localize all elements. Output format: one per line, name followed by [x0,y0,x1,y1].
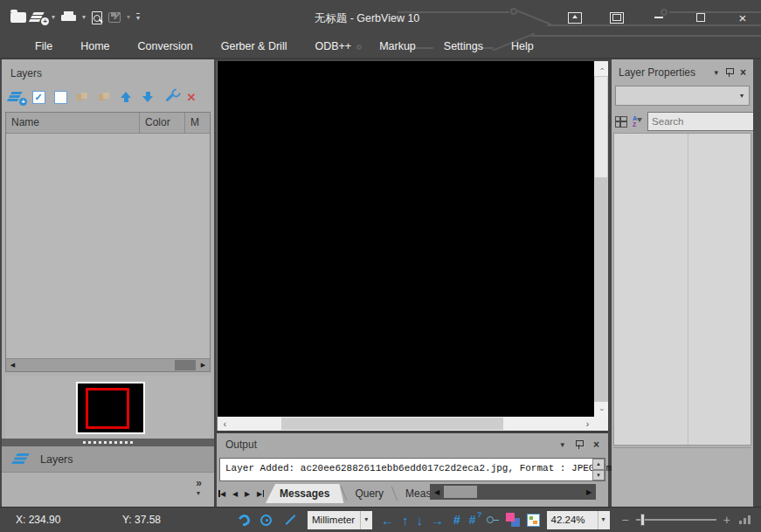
column-m[interactable]: M [185,113,210,133]
overflow-dropdown-icon[interactable]: ▾ [197,489,200,497]
titlebar[interactable]: + ▾ ▾ ▾ ▾ 无标题 - GerbView 10 × [0,0,761,35]
image-export-icon[interactable] [527,514,540,527]
move-layer-down-button[interactable] [138,87,157,107]
snap-center-icon[interactable] [260,515,272,526]
measure-line-icon[interactable] [285,515,295,525]
grid-settings-icon[interactable]: #? [469,514,476,526]
layer-thumbnail[interactable] [76,382,145,434]
close-icon: × [739,11,747,24]
layer-selector-combobox[interactable]: ▾ [615,86,750,106]
color-all-icon [99,93,110,102]
window-position-dropdown[interactable]: ▾ [560,441,564,449]
last-tab-button[interactable]: ▶ [253,486,266,501]
panel-splitter[interactable] [2,439,214,446]
close-icon[interactable]: × [740,67,746,78]
print-dropdown[interactable]: ▾ [82,14,86,21]
output-tabs-hscrollbar[interactable]: ◀ ▶ [430,484,596,500]
first-tab-button[interactable]: ◀ [217,486,229,501]
zoom-slider: − + [622,513,730,527]
minimize-button[interactable] [647,9,670,26]
tab-odbpp[interactable]: ODB++ [301,36,365,57]
window-position-dropdown[interactable]: ▾ [714,69,718,77]
ui-style-button[interactable] [605,9,628,26]
maximize-button[interactable] [689,9,712,26]
search-input[interactable] [652,116,761,127]
scrollbar-track[interactable] [19,359,197,371]
zoom-combobox[interactable]: 42.24% ▾ [547,511,610,529]
snap-magnet-icon[interactable] [237,512,253,528]
categorized-view-button[interactable] [615,112,627,131]
scroll-left-icon[interactable]: ◀ [430,484,444,500]
pan-right-icon[interactable]: → [431,514,444,527]
scroll-left-icon[interactable]: ◀ [6,359,19,372]
column-name[interactable]: Name [6,113,140,133]
scroll-right-icon[interactable]: ▶ [197,359,210,372]
tab-file[interactable]: File [21,36,66,57]
tab-settings[interactable]: Settings [430,36,497,57]
open-folder-icon [10,12,26,23]
scroll-left-button[interactable]: ‹ [218,417,232,431]
alphabetical-sort-button[interactable]: AZ [633,112,642,131]
scrollbar-thumb[interactable] [281,418,503,430]
add-layers-button[interactable]: + [7,87,26,107]
hide-all-layers-checkbox[interactable] [51,87,70,107]
color-scheme-icon[interactable] [506,513,520,527]
layers-dock-tab[interactable]: Layers [2,446,214,473]
canvas-vscrollbar[interactable]: › › [594,61,608,417]
delete-layer-button[interactable]: ✕ [182,87,201,107]
canvas-hscrollbar[interactable]: ‹ › [218,417,595,431]
property-grid[interactable] [613,133,751,446]
scroll-up-icon[interactable]: ▲ [592,459,605,470]
layer-list-hscrollbar[interactable]: ◀ ▶ [6,358,210,371]
scroll-down-icon[interactable]: ▼ [592,470,605,481]
pin-icon[interactable] [726,68,732,78]
scrollbar-thumb[interactable] [444,486,477,498]
show-all-layers-checkbox[interactable]: ✓ [29,87,48,107]
next-tab-button[interactable]: ▶ [241,486,253,501]
add-layer-button[interactable]: + [32,6,45,29]
pan-down-icon[interactable]: ↓ [417,514,424,527]
customize-toolbar-button[interactable]: ▾ [136,13,140,22]
zoom-slider-handle[interactable] [640,514,645,526]
pan-left-icon[interactable]: ← [381,514,394,527]
scrollbar-thumb[interactable] [595,77,607,177]
property-grid-divider[interactable] [688,134,688,445]
tab-home[interactable]: Home [66,36,123,57]
layer-list-body[interactable] [6,134,210,358]
tab-gerber-drill[interactable]: Gerber & Drill [207,36,301,57]
window-title: 无标题 - GerbView 10 [315,11,420,26]
message-vscrollbar[interactable]: ▲ ▼ [592,459,605,480]
overflow-chevron-button[interactable]: » [196,477,202,489]
scroll-up-button[interactable]: › [594,61,608,76]
tab-conversion[interactable]: Conversion [124,36,207,57]
zoom-in-button[interactable]: + [723,513,730,527]
unit-combobox[interactable]: Millimeter ▾ [308,511,372,529]
origin-icon[interactable] [487,516,494,523]
scrollbar-thumb[interactable] [175,360,196,370]
scroll-right-button[interactable]: › [580,417,595,431]
tab-help[interactable]: Help [497,36,548,57]
zoom-slider-track[interactable] [636,519,716,521]
pan-up-icon[interactable]: ↑ [402,514,409,527]
print-preview-button[interactable] [92,6,102,29]
tab-query[interactable]: Query [344,485,394,502]
close-icon[interactable]: × [593,439,599,450]
print-button[interactable] [61,6,76,29]
grid-toggle-icon[interactable]: # [453,514,460,526]
layer-settings-button[interactable] [160,87,179,107]
scroll-down-button[interactable]: › [594,402,608,417]
tab-messages[interactable]: Messages [266,484,343,503]
column-color[interactable]: Color [140,113,185,133]
close-button[interactable]: × [731,9,754,26]
zoom-out-button[interactable]: − [622,513,629,527]
tab-markup[interactable]: Markup [365,36,430,57]
open-file-button[interactable] [10,6,26,29]
gerber-canvas[interactable] [218,61,595,417]
scroll-right-icon[interactable]: ▶ [582,484,596,500]
prev-tab-button[interactable]: ◀ [229,486,241,501]
add-layer-dropdown[interactable]: ▾ [52,14,55,21]
collapse-ribbon-button[interactable] [564,9,586,26]
resize-grip[interactable] [739,515,751,524]
pin-icon[interactable] [576,440,582,450]
move-layer-up-button[interactable] [116,87,135,107]
